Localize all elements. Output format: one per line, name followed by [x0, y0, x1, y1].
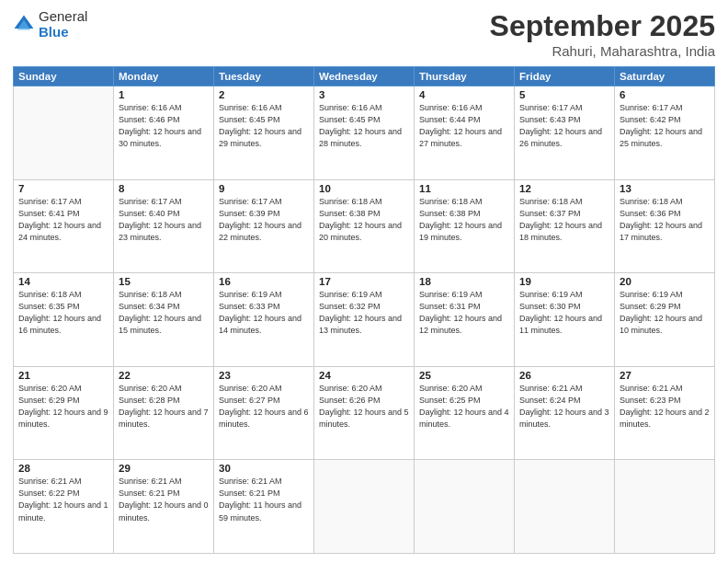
- day-num-9: 9: [219, 183, 309, 194]
- day-num-1: 1: [119, 89, 209, 100]
- cell-w2-d4: 10Sunrise: 6:18 AM Sunset: 6:38 PM Dayli…: [314, 179, 415, 273]
- cell-w1-d1: [14, 86, 114, 180]
- month-title: September 2025: [490, 9, 715, 43]
- day-num-27: 27: [620, 370, 710, 381]
- cell-w1-d2: 1Sunrise: 6:16 AM Sunset: 6:46 PM Daylig…: [114, 86, 214, 180]
- day-info-30: Sunrise: 6:21 AM Sunset: 6:21 PM Dayligh…: [219, 476, 309, 523]
- header-monday: Monday: [114, 67, 214, 86]
- day-info-3: Sunrise: 6:16 AM Sunset: 6:45 PM Dayligh…: [319, 102, 409, 150]
- weekday-header-row: Sunday Monday Tuesday Wednesday Thursday…: [14, 67, 715, 86]
- header-friday: Friday: [515, 67, 615, 86]
- day-info-12: Sunrise: 6:18 AM Sunset: 6:37 PM Dayligh…: [519, 196, 609, 244]
- day-num-5: 5: [519, 89, 609, 100]
- logo-blue-text: Blue: [39, 25, 87, 40]
- cell-w1-d5: 4Sunrise: 6:16 AM Sunset: 6:44 PM Daylig…: [415, 86, 515, 180]
- title-block: September 2025 Rahuri, Maharashtra, Indi…: [490, 9, 715, 59]
- day-num-2: 2: [219, 89, 309, 100]
- logo-icon: [13, 14, 35, 36]
- header-thursday: Thursday: [415, 67, 515, 86]
- cell-w2-d2: 8Sunrise: 6:17 AM Sunset: 6:40 PM Daylig…: [114, 179, 214, 273]
- day-info-25: Sunrise: 6:20 AM Sunset: 6:25 PM Dayligh…: [419, 383, 509, 431]
- day-num-7: 7: [18, 183, 108, 194]
- calendar-table: Sunday Monday Tuesday Wednesday Thursday…: [13, 66, 715, 554]
- cell-w5-d6: [515, 460, 615, 554]
- day-info-15: Sunrise: 6:18 AM Sunset: 6:34 PM Dayligh…: [119, 289, 209, 337]
- day-num-13: 13: [620, 183, 710, 194]
- day-info-20: Sunrise: 6:19 AM Sunset: 6:29 PM Dayligh…: [620, 289, 710, 337]
- day-info-18: Sunrise: 6:19 AM Sunset: 6:31 PM Dayligh…: [419, 289, 509, 337]
- day-info-22: Sunrise: 6:20 AM Sunset: 6:28 PM Dayligh…: [119, 383, 209, 431]
- cell-w4-d4: 24Sunrise: 6:20 AM Sunset: 6:26 PM Dayli…: [314, 366, 415, 460]
- cell-w4-d1: 21Sunrise: 6:20 AM Sunset: 6:29 PM Dayli…: [14, 366, 114, 460]
- day-num-21: 21: [18, 370, 108, 381]
- day-info-14: Sunrise: 6:18 AM Sunset: 6:35 PM Dayligh…: [18, 289, 108, 337]
- logo: General Blue: [13, 9, 87, 40]
- week-row-4: 21Sunrise: 6:20 AM Sunset: 6:29 PM Dayli…: [14, 366, 715, 460]
- day-info-29: Sunrise: 6:21 AM Sunset: 6:21 PM Dayligh…: [119, 476, 209, 523]
- day-info-16: Sunrise: 6:19 AM Sunset: 6:33 PM Dayligh…: [219, 289, 309, 337]
- day-info-13: Sunrise: 6:18 AM Sunset: 6:36 PM Dayligh…: [620, 196, 710, 244]
- day-num-19: 19: [519, 276, 609, 287]
- cell-w5-d4: [314, 460, 415, 554]
- day-info-9: Sunrise: 6:17 AM Sunset: 6:39 PM Dayligh…: [219, 196, 309, 244]
- day-info-28: Sunrise: 6:21 AM Sunset: 6:22 PM Dayligh…: [18, 476, 108, 523]
- day-num-20: 20: [620, 276, 710, 287]
- header-wednesday: Wednesday: [314, 67, 415, 86]
- day-info-26: Sunrise: 6:21 AM Sunset: 6:24 PM Dayligh…: [519, 383, 609, 431]
- cell-w1-d3: 2Sunrise: 6:16 AM Sunset: 6:45 PM Daylig…: [214, 86, 314, 180]
- location: Rahuri, Maharashtra, India: [490, 43, 715, 59]
- cell-w4-d3: 23Sunrise: 6:20 AM Sunset: 6:27 PM Dayli…: [214, 366, 314, 460]
- page: General Blue September 2025 Rahuri, Maha…: [0, 0, 728, 563]
- day-num-17: 17: [319, 276, 409, 287]
- day-num-29: 29: [119, 463, 209, 474]
- day-num-24: 24: [319, 370, 409, 381]
- header: General Blue September 2025 Rahuri, Maha…: [13, 9, 715, 59]
- day-info-17: Sunrise: 6:19 AM Sunset: 6:32 PM Dayligh…: [319, 289, 409, 337]
- cell-w5-d3: 30Sunrise: 6:21 AM Sunset: 6:21 PM Dayli…: [214, 460, 314, 554]
- day-num-4: 4: [419, 89, 509, 100]
- cell-w3-d1: 14Sunrise: 6:18 AM Sunset: 6:35 PM Dayli…: [14, 273, 114, 367]
- cell-w3-d5: 18Sunrise: 6:19 AM Sunset: 6:31 PM Dayli…: [415, 273, 515, 367]
- day-info-8: Sunrise: 6:17 AM Sunset: 6:40 PM Dayligh…: [119, 196, 209, 244]
- day-info-5: Sunrise: 6:17 AM Sunset: 6:43 PM Dayligh…: [519, 102, 609, 150]
- day-info-27: Sunrise: 6:21 AM Sunset: 6:23 PM Dayligh…: [620, 383, 710, 431]
- cell-w2-d7: 13Sunrise: 6:18 AM Sunset: 6:36 PM Dayli…: [615, 179, 715, 273]
- cell-w3-d6: 19Sunrise: 6:19 AM Sunset: 6:30 PM Dayli…: [515, 273, 615, 367]
- day-num-11: 11: [419, 183, 509, 194]
- day-info-23: Sunrise: 6:20 AM Sunset: 6:27 PM Dayligh…: [219, 383, 309, 431]
- day-info-7: Sunrise: 6:17 AM Sunset: 6:41 PM Dayligh…: [18, 196, 108, 244]
- day-info-24: Sunrise: 6:20 AM Sunset: 6:26 PM Dayligh…: [319, 383, 409, 431]
- header-saturday: Saturday: [615, 67, 715, 86]
- week-row-1: 1Sunrise: 6:16 AM Sunset: 6:46 PM Daylig…: [14, 86, 715, 180]
- day-info-2: Sunrise: 6:16 AM Sunset: 6:45 PM Dayligh…: [219, 102, 309, 150]
- cell-w4-d2: 22Sunrise: 6:20 AM Sunset: 6:28 PM Dayli…: [114, 366, 214, 460]
- logo-general-text: General: [39, 9, 87, 25]
- day-info-19: Sunrise: 6:19 AM Sunset: 6:30 PM Dayligh…: [519, 289, 609, 337]
- cell-w1-d6: 5Sunrise: 6:17 AM Sunset: 6:43 PM Daylig…: [515, 86, 615, 180]
- cell-w2-d6: 12Sunrise: 6:18 AM Sunset: 6:37 PM Dayli…: [515, 179, 615, 273]
- cell-w4-d5: 25Sunrise: 6:20 AM Sunset: 6:25 PM Dayli…: [415, 366, 515, 460]
- day-num-28: 28: [18, 463, 108, 474]
- day-num-23: 23: [219, 370, 309, 381]
- day-num-6: 6: [620, 89, 710, 100]
- day-num-22: 22: [119, 370, 209, 381]
- header-tuesday: Tuesday: [214, 67, 314, 86]
- logo-text: General Blue: [39, 9, 87, 40]
- cell-w3-d4: 17Sunrise: 6:19 AM Sunset: 6:32 PM Dayli…: [314, 273, 415, 367]
- week-row-2: 7Sunrise: 6:17 AM Sunset: 6:41 PM Daylig…: [14, 179, 715, 273]
- day-num-16: 16: [219, 276, 309, 287]
- day-info-21: Sunrise: 6:20 AM Sunset: 6:29 PM Dayligh…: [18, 383, 108, 431]
- day-info-11: Sunrise: 6:18 AM Sunset: 6:38 PM Dayligh…: [419, 196, 509, 244]
- cell-w5-d1: 28Sunrise: 6:21 AM Sunset: 6:22 PM Dayli…: [14, 460, 114, 554]
- week-row-5: 28Sunrise: 6:21 AM Sunset: 6:22 PM Dayli…: [14, 460, 715, 554]
- day-num-15: 15: [119, 276, 209, 287]
- day-num-25: 25: [419, 370, 509, 381]
- day-info-4: Sunrise: 6:16 AM Sunset: 6:44 PM Dayligh…: [419, 102, 509, 150]
- day-num-18: 18: [419, 276, 509, 287]
- cell-w2-d5: 11Sunrise: 6:18 AM Sunset: 6:38 PM Dayli…: [415, 179, 515, 273]
- day-num-26: 26: [519, 370, 609, 381]
- day-info-1: Sunrise: 6:16 AM Sunset: 6:46 PM Dayligh…: [119, 102, 209, 150]
- cell-w3-d7: 20Sunrise: 6:19 AM Sunset: 6:29 PM Dayli…: [615, 273, 715, 367]
- day-num-14: 14: [18, 276, 108, 287]
- cell-w5-d2: 29Sunrise: 6:21 AM Sunset: 6:21 PM Dayli…: [114, 460, 214, 554]
